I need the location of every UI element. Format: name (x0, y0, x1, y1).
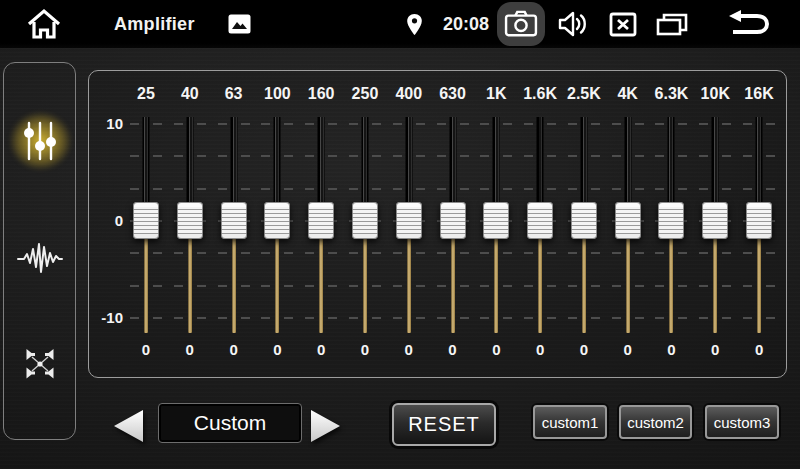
waveform-icon (17, 241, 63, 275)
close-app-icon[interactable] (609, 12, 637, 37)
band-slider-knob[interactable] (221, 202, 247, 239)
slider-tick (241, 285, 250, 287)
volume-icon[interactable] (557, 10, 589, 38)
band-slider[interactable] (431, 71, 475, 377)
slider-tick (655, 252, 664, 254)
preset-selector[interactable]: Custom (158, 403, 302, 443)
slider-tick (218, 123, 227, 125)
band-slider[interactable] (649, 71, 693, 377)
slider-tick (480, 155, 489, 157)
band-slider-knob[interactable] (264, 202, 290, 239)
band-slider[interactable] (168, 71, 212, 377)
band-slider[interactable] (737, 71, 781, 377)
slider-tick (305, 285, 314, 287)
band-slider[interactable] (387, 71, 431, 377)
band-slider-knob[interactable] (308, 202, 334, 239)
slider-tick (416, 317, 425, 319)
band-slider-knob[interactable] (352, 202, 378, 239)
sidebar-item-equalizer[interactable] (4, 120, 75, 162)
sidebar-item-sound-effects[interactable] (4, 241, 75, 275)
custom3-button[interactable]: custom3 (705, 405, 779, 439)
home-icon[interactable] (26, 8, 62, 40)
slider-tick (591, 123, 600, 125)
slider-tick (503, 285, 512, 287)
recent-apps-icon[interactable] (656, 12, 688, 37)
slider-tick (503, 123, 512, 125)
slider-tick (153, 252, 162, 254)
slider-tick (197, 155, 206, 157)
preset-current-label: Custom (194, 411, 266, 435)
slider-tick (460, 155, 469, 157)
slider-tick (372, 317, 381, 319)
band-slider-knob[interactable] (483, 202, 509, 239)
band-slider[interactable] (693, 71, 737, 377)
slider-tick (174, 123, 183, 125)
band-slider-knob[interactable] (177, 202, 203, 239)
reset-button[interactable]: RESET (392, 403, 496, 446)
band-slider[interactable] (518, 71, 562, 377)
band-slider-knob[interactable] (615, 202, 641, 239)
slider-tick (241, 123, 250, 125)
band-slider-knob[interactable] (571, 202, 597, 239)
slider-tick (305, 252, 314, 254)
eq-band: 1000 (255, 71, 299, 377)
preset-previous-arrow[interactable] (111, 409, 145, 443)
custom1-button[interactable]: custom1 (533, 405, 607, 439)
band-slider-knob[interactable] (396, 202, 422, 239)
wallpaper-image-icon[interactable] (228, 14, 251, 34)
sidebar-item-balance-fader[interactable] (4, 347, 75, 381)
slider-tick (284, 155, 293, 157)
slider-tick (547, 252, 556, 254)
back-icon[interactable] (728, 9, 772, 39)
location-pin-icon[interactable] (406, 13, 423, 36)
slider-tick (612, 188, 621, 190)
slider-tick (416, 285, 425, 287)
amplifier-screen: Amplifier 20:08 (0, 0, 800, 469)
slider-tick (261, 123, 270, 125)
band-slider[interactable] (562, 71, 606, 377)
band-slider[interactable] (299, 71, 343, 377)
band-value-label: 0 (737, 341, 781, 358)
slider-tick (174, 252, 183, 254)
slider-tick (174, 188, 183, 190)
band-value-label: 0 (431, 341, 475, 358)
slider-tick (480, 285, 489, 287)
preset-next-arrow[interactable] (309, 409, 343, 443)
slider-tick (328, 155, 337, 157)
custom2-button[interactable]: custom2 (619, 405, 692, 439)
page-title: Amplifier (114, 14, 195, 35)
slider-tick (503, 317, 512, 319)
band-slider-knob[interactable] (440, 202, 466, 239)
eq-band: 10K0 (693, 71, 737, 377)
slider-tick (635, 317, 644, 319)
scale-label-zero: 0 (89, 211, 123, 231)
slider-tick (284, 252, 293, 254)
slider-tick (241, 317, 250, 319)
slider-tick (349, 252, 358, 254)
band-slider[interactable] (255, 71, 299, 377)
band-slider-knob[interactable] (133, 202, 159, 239)
screenshot-camera-button[interactable] (497, 2, 545, 46)
slider-tick (743, 155, 752, 157)
slider-tick (261, 188, 270, 190)
slider-tick (480, 252, 489, 254)
band-slider-knob[interactable] (658, 202, 684, 239)
slider-tick (153, 285, 162, 287)
band-slider[interactable] (474, 71, 518, 377)
slider-tick (328, 188, 337, 190)
slider-tick (524, 188, 533, 190)
band-slider-knob[interactable] (702, 202, 728, 239)
band-slider[interactable] (212, 71, 256, 377)
eq-band: 6.3K0 (649, 71, 693, 377)
band-slider[interactable] (606, 71, 650, 377)
band-slider-knob[interactable] (746, 202, 772, 239)
slider-tick (437, 123, 446, 125)
slider-tick (197, 123, 206, 125)
band-slider-knob[interactable] (527, 202, 553, 239)
band-slider[interactable] (124, 71, 168, 377)
slider-tick (699, 317, 708, 319)
slider-tick (568, 285, 577, 287)
band-slider[interactable] (343, 71, 387, 377)
slider-tick (547, 317, 556, 319)
slider-tick (372, 285, 381, 287)
